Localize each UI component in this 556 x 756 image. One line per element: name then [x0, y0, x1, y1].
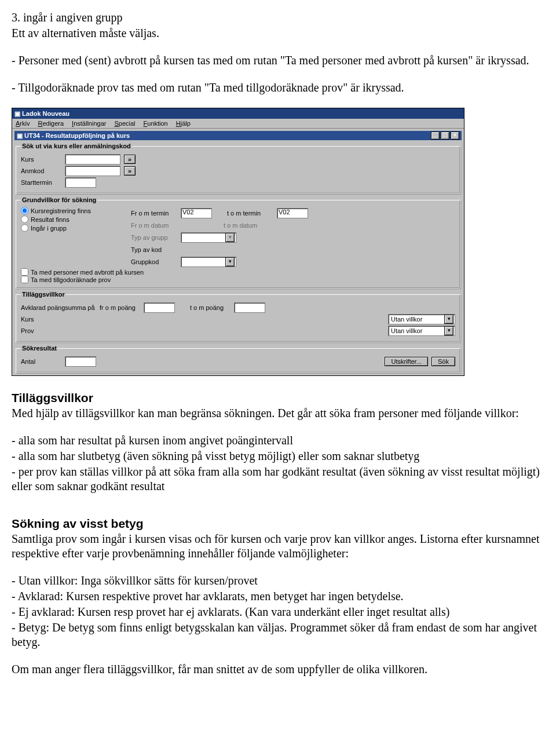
legend-grundvillkor: Grundvillkor för sökning [21, 196, 97, 203]
mdi-icon: ▣ [17, 132, 23, 140]
label-prov: Prov [21, 327, 96, 334]
label-kurs-2: Kurs [21, 316, 96, 323]
intro-line-1: 3. ingår i angiven grupp [12, 10, 542, 25]
sec1-p1: Med hjälp av tillägsvillkor kan man begr… [12, 406, 542, 421]
menu-installningar[interactable]: Inställningar [72, 120, 106, 127]
radio-resultat[interactable]: Resultat finns [21, 216, 119, 223]
chevron-down-icon: ▾ [444, 315, 453, 324]
lookup-kurs-button[interactable]: » [124, 155, 136, 164]
intro-line-3: - Personer med (sent) avbrott på kursen … [12, 53, 542, 68]
combo-kurs-villkor[interactable]: Utan villkor▾ [388, 314, 455, 324]
intro-line-4: - Tillgodoräknade prov tas med om rutan … [12, 81, 542, 95]
input-kurs[interactable] [65, 154, 120, 165]
label-tom-poang: t o m poäng [190, 304, 231, 311]
sok-button[interactable]: Sök [431, 357, 455, 366]
sec1-b2: - alla som har slutbetyg (även sökning p… [12, 449, 542, 463]
sec2-p1: Samtliga prov som ingår i kursen visas o… [12, 532, 542, 561]
sec2-b2: - Avklarad: Kursen respektive provet har… [12, 589, 542, 604]
label-antal: Antal [21, 358, 61, 365]
label-typ-kod: Typ av kod [131, 246, 177, 253]
sec1-b1: - alla som har resultat på kursen inom a… [12, 433, 542, 448]
label-gruppkod: Gruppkod [131, 258, 177, 265]
combo-typ-grupp[interactable]: ▾ [181, 232, 236, 243]
radio-kursreg[interactable]: Kursregistrering finns [21, 207, 119, 214]
app-menubar: AArkivrkiv Redigera Inställningar Specia… [12, 119, 464, 129]
utskrifter-button[interactable]: Utskrifter... [385, 357, 428, 366]
combo-prov-villkor[interactable]: Utan villkor▾ [388, 326, 455, 336]
intro-line-2: Ett av alternativen måste väljas. [12, 26, 542, 41]
legend-tillagg: Tilläggsvillkor [21, 291, 66, 298]
heading-sokning-betyg: Sökning av visst betyg [12, 517, 542, 531]
window-icon: ▣ [14, 110, 20, 118]
input-anmkod[interactable] [65, 166, 120, 176]
menu-funktion[interactable]: Funktion [144, 120, 168, 127]
menu-special[interactable]: Special [114, 120, 135, 127]
mdi-title-text: UT34 - Resultatuppföljning på kurs [24, 132, 130, 139]
group-grundvillkor: Grundvillkor för sökning Kursregistrerin… [16, 196, 460, 288]
close-icon[interactable]: × [451, 132, 459, 140]
sec2-b1: - Utan villkor: Inga sökvillkor sätts fö… [12, 574, 542, 588]
input-starttermin[interactable] [65, 177, 96, 188]
input-antal [65, 356, 96, 367]
input-from-poang[interactable] [144, 302, 175, 313]
group-search-course: Sök ut via kurs eller anmälningskod Kurs… [16, 143, 460, 194]
sec1-b3: - per prov kan ställas villkor på att sö… [12, 465, 542, 494]
label-tom-termin: t o m termin [227, 210, 273, 217]
label-starttermin: Starttermin [21, 179, 61, 186]
menu-arkiv[interactable]: AArkivrkiv [16, 120, 30, 127]
check-avbrott[interactable]: Ta med personer med avbrott på kursen [21, 268, 455, 276]
combo-gruppkod[interactable]: ▾ [181, 257, 236, 267]
chevron-down-icon: ▾ [444, 326, 453, 335]
menu-redigera[interactable]: Redigera [38, 120, 64, 127]
lookup-anmkod-button[interactable]: » [124, 166, 136, 176]
sec2-p2: Om man anger flera tilläggsvillkor, får … [12, 662, 542, 677]
label-kurs: Kurs [21, 156, 61, 163]
check-tillgodo[interactable]: Ta med tillgodoräknade prov [21, 276, 455, 283]
group-sokresultat: Sökresultat Antal Utskrifter... Sök [16, 345, 460, 373]
mdi-titlebar: ▣ UT34 - Resultatuppföljning på kurs _ □… [14, 131, 462, 140]
label-anmkod: Anmkod [21, 167, 61, 174]
label-from-datum: Fr o m datum [131, 222, 177, 229]
label-tom-datum: t o m datum [224, 222, 270, 229]
legend-sokresultat: Sökresultat [21, 345, 58, 352]
app-titlebar: ▣ Ladok Nouveau [12, 108, 464, 119]
input-from-termin[interactable]: V02 [181, 208, 212, 218]
label-typ-grupp: Typ av grupp [131, 234, 177, 241]
ladok-app-window: ▣ Ladok Nouveau AArkivrkiv Redigera Inst… [12, 108, 464, 376]
chevron-down-icon: ▾ [225, 257, 235, 266]
group-tillaggsvillkor: Tilläggsvillkor Avklarad poängsumma på f… [16, 291, 460, 342]
sec2-b4: - Betyg: De betyg som finns enligt betyg… [12, 620, 542, 649]
menu-hjalp[interactable]: Hjälp [176, 120, 191, 127]
app-title: Ladok Nouveau [22, 110, 70, 117]
label-from-poang: fr o m poäng [100, 304, 140, 311]
label-from-termin: Fr o m termin [131, 210, 177, 217]
radio-ingar[interactable]: Ingår i grupp [21, 224, 119, 232]
input-tom-termin[interactable]: V02 [277, 208, 308, 218]
maximize-icon[interactable]: □ [441, 132, 449, 140]
chevron-down-icon: ▾ [225, 233, 235, 242]
input-tom-poang[interactable] [234, 302, 265, 313]
sec2-b3: - Ej avklarad: Kursen resp provet har ej… [12, 605, 542, 619]
legend-search-course: Sök ut via kurs eller anmälningskod [21, 143, 132, 149]
heading-tillaggsvillkor: Tilläggsvillkor [12, 391, 542, 405]
minimize-icon[interactable]: _ [431, 132, 440, 140]
label-avklarad: Avklarad poängsumma på [21, 304, 96, 311]
